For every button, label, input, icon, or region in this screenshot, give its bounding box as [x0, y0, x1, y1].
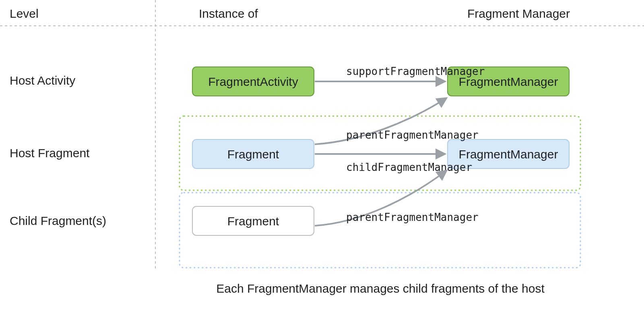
level-host-activity: Host Activity	[10, 74, 75, 87]
header-level: Level	[10, 7, 39, 20]
level-host-fragment: Host Fragment	[10, 146, 90, 160]
node-fragment-child-label: Fragment	[227, 214, 279, 228]
diagram-canvas: Level Instance of Fragment Manager Host …	[0, 0, 644, 312]
edge-parent-fm-2-label: parentFragmentManager	[346, 211, 479, 223]
node-fragment-host-label: Fragment	[227, 148, 279, 161]
edge-parent-fm-1-label: parentFragmentManager	[346, 129, 479, 141]
edge-support-fm-label: supportFragmentManager	[346, 65, 485, 77]
node-fragment-manager-mid-label: FragmentManager	[459, 148, 558, 161]
edge-child-fm-label: childFragmentManager	[346, 161, 472, 173]
header-instance-of: Instance of	[199, 7, 258, 20]
header-fragment-manager: Fragment Manager	[467, 7, 570, 20]
diagram-caption: Each FragmentManager manages child fragm…	[216, 282, 545, 295]
level-child-fragments: Child Fragment(s)	[10, 214, 106, 227]
node-fragment-activity-label: FragmentActivity	[208, 75, 298, 88]
